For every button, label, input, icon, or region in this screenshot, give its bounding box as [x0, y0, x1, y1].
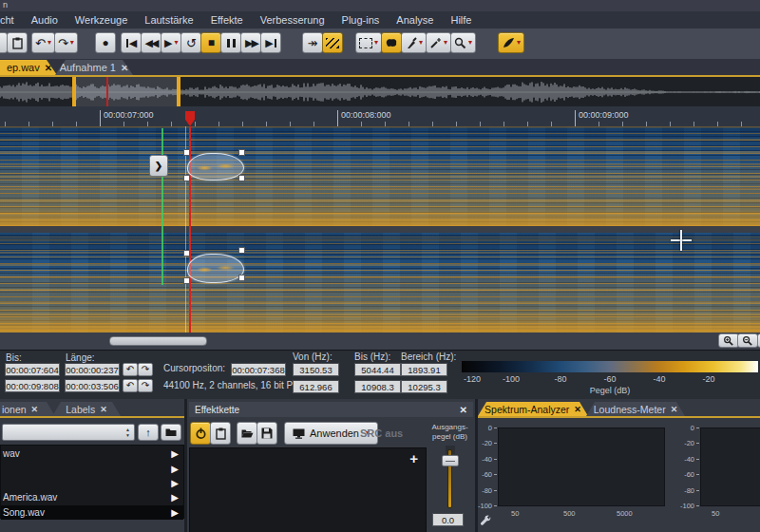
rectangular-selection-button[interactable]: ▾	[355, 32, 382, 53]
panel-close-icon[interactable]: ✕	[460, 405, 467, 415]
tab-close-icon[interactable]: ✕	[45, 63, 52, 73]
record-button[interactable]: ●	[95, 32, 116, 53]
von-hz-field-1[interactable]: 3150.53	[293, 363, 339, 376]
analyzer-settings-wrench-icon[interactable]	[480, 515, 492, 527]
tab-close-icon[interactable]: ✕	[671, 405, 678, 414]
file-list-item[interactable]: wav ▶	[1, 446, 183, 461]
menu-item-plugins[interactable]: Plug-ins	[333, 14, 389, 26]
selection-handle[interactable]	[238, 247, 245, 254]
timeline-ruler[interactable]: 00:00:07:00000:00:08:00000:00:09:000	[0, 106, 760, 126]
menu-item-audio[interactable]: Audio	[23, 14, 66, 26]
menu-item-lautstaerke[interactable]: Lautstärke	[136, 14, 201, 26]
tab-close-icon[interactable]: ✕	[574, 405, 581, 414]
bis-hz-field-2[interactable]: 10908.3	[354, 380, 401, 393]
tab-close-icon[interactable]: ✕	[100, 405, 107, 414]
label-track-combobox[interactable]: ▲▼	[2, 424, 135, 441]
pen-tool-button[interactable]: ▾	[498, 32, 524, 53]
file-list-item[interactable]: ▶	[1, 462, 183, 476]
tab-regionen[interactable]: ionen ✕	[0, 402, 55, 416]
bereich-hz-field-2[interactable]: 10295.3	[401, 380, 447, 393]
output-level-value[interactable]: 0.0	[432, 513, 464, 526]
selection-handle[interactable]	[183, 149, 190, 156]
selection-handle[interactable]	[183, 277, 190, 284]
tab-close-icon[interactable]: ✕	[121, 63, 128, 73]
zoom-out-button[interactable]	[737, 333, 758, 348]
selection-handle[interactable]	[183, 250, 190, 256]
selection-redo-button-2[interactable]: ↷	[138, 379, 153, 392]
file-list-item-selected[interactable]: Song.wav ▶	[1, 505, 183, 520]
output-level-slider-handle[interactable]	[442, 455, 459, 466]
tab-document-2[interactable]: Aufnahme 1 ✕	[55, 60, 133, 75]
tab-loudness-meter[interactable]: Loudness-Meter ✕	[586, 402, 685, 416]
bereich-hz-field-1[interactable]: 1893.91	[401, 363, 447, 376]
pause-button[interactable]	[220, 32, 241, 53]
scrollbar-thumb[interactable]	[109, 336, 207, 346]
menu-item-hilfe[interactable]: Hilfe	[442, 14, 480, 26]
menu-item-ansicht[interactable]: cht	[0, 14, 23, 26]
spectral-selection-upper[interactable]	[187, 153, 244, 180]
tab-document-1[interactable]: ep.wav ✕	[0, 60, 57, 75]
redo-button[interactable]: ↷▾	[54, 32, 78, 53]
play-file-icon[interactable]: ▶	[171, 448, 183, 459]
magic-wand-button[interactable]: ▾	[426, 32, 451, 53]
save-effect-chain-button[interactable]	[256, 422, 277, 445]
spectral-selection-lower[interactable]	[187, 254, 244, 283]
rewind-button[interactable]: ◀◀	[141, 32, 162, 53]
add-effect-icon[interactable]: +	[409, 451, 418, 466]
tab-close-icon[interactable]: ✕	[31, 405, 39, 414]
spectrogram-scrollbar[interactable]	[0, 332, 760, 350]
file-list-item[interactable]: America.wav ▶	[1, 490, 183, 504]
selection-handle[interactable]	[183, 175, 190, 181]
file-list-item[interactable]: ▶	[1, 476, 183, 490]
overview-selection-start-handle[interactable]	[72, 77, 76, 106]
stop-button[interactable]: ■	[200, 32, 221, 53]
load-effect-chain-button[interactable]	[237, 422, 257, 445]
zoom-in-button[interactable]	[718, 333, 739, 348]
bis-hz-field-1[interactable]: 5044.44	[354, 363, 401, 376]
timeline-cursor-marker[interactable]	[185, 111, 195, 126]
menu-item-effekte[interactable]: Effekte	[202, 14, 252, 26]
effect-chain-list[interactable]: +	[189, 447, 427, 532]
selection-handle[interactable]	[238, 175, 245, 181]
undo-button[interactable]: ↶▾	[31, 32, 55, 53]
zoom-tool-button[interactable]: ▾	[450, 32, 476, 53]
export-label-button[interactable]: ↑	[138, 424, 159, 441]
brush-tool-button[interactable]: ▾	[401, 32, 427, 53]
loop-playback-button[interactable]: ↻	[180, 32, 201, 53]
bis-field-1[interactable]: 00:00:07:604	[5, 363, 60, 376]
selection-redo-button[interactable]: ↷	[138, 363, 153, 376]
menu-item-verbesserung[interactable]: Verbesserung	[252, 14, 333, 26]
play-file-icon[interactable]: ▶	[171, 492, 183, 503]
channel-expand-button[interactable]: ❯	[149, 155, 168, 177]
play-file-icon[interactable]: ▶	[171, 464, 183, 474]
menu-item-analyse[interactable]: Analyse	[388, 14, 442, 26]
open-folder-button[interactable]	[161, 424, 181, 441]
spectrogram-channel-left[interactable]	[0, 126, 760, 226]
go-to-end-button[interactable]: ▶	[260, 32, 281, 53]
spectrogram-view[interactable]: ❯	[0, 126, 760, 332]
bis-field-2[interactable]: 00:00:09:808	[5, 379, 60, 392]
play-file-icon[interactable]: ▶	[171, 478, 183, 488]
fast-forward-button[interactable]: ▶▶	[240, 32, 261, 53]
selection-undo-button[interactable]: ↶	[123, 363, 138, 376]
effect-chain-power-button[interactable]	[190, 422, 211, 445]
waveform-view-button[interactable]: ↠	[302, 32, 323, 53]
waveform-overview[interactable]	[0, 77, 760, 106]
spectrogram-view-button[interactable]	[322, 32, 343, 53]
selection-handle[interactable]	[238, 275, 245, 281]
selection-handle[interactable]	[238, 149, 245, 156]
paste-button[interactable]	[7, 32, 28, 53]
tab-spektrum-analyzer[interactable]: Spektrum-Analyzer ✕	[478, 402, 588, 416]
overview-selection-end-handle[interactable]	[177, 77, 180, 106]
laenge-field-2[interactable]: 00:00:03:506	[65, 379, 120, 392]
tab-labels[interactable]: Labels ✕	[52, 402, 121, 416]
selection-undo-button-2[interactable]: ↶	[123, 379, 138, 392]
play-file-icon[interactable]: ▶	[171, 507, 183, 518]
spinner-arrows-icon[interactable]: ▲▼	[125, 428, 130, 438]
freehand-selection-button[interactable]	[381, 32, 402, 53]
laenge-field-1[interactable]: 00:00:00:237	[65, 363, 120, 376]
go-to-start-button[interactable]: ◀	[121, 32, 142, 53]
spectrogram-channel-right[interactable]	[0, 233, 760, 332]
cursor-position-field[interactable]: 00:00:07:368	[231, 363, 286, 376]
von-hz-field-2[interactable]: 612.966	[293, 380, 339, 393]
